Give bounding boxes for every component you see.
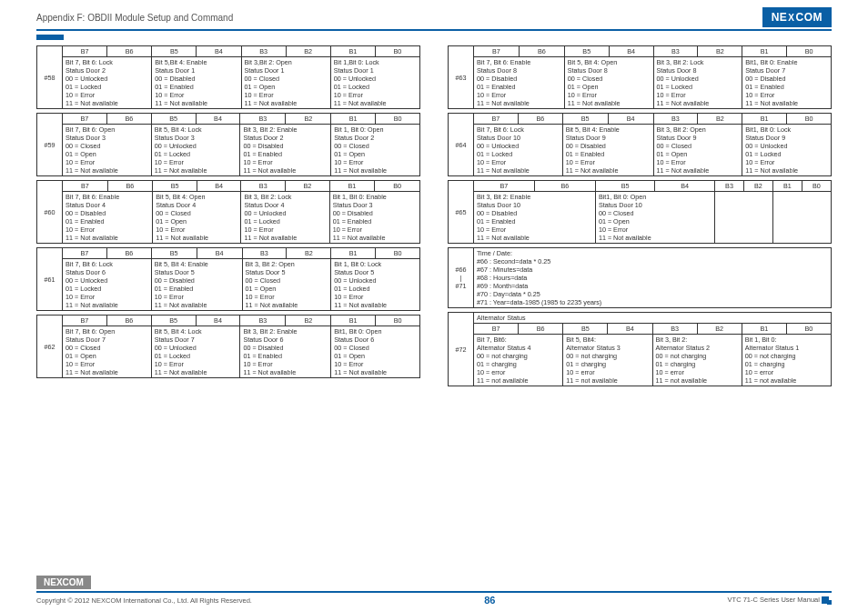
register-table: #65B7B6B5B4B3B2B1B0Bit 3, Bit 2: Enable … (448, 180, 832, 244)
bit-header-cell: B5 (562, 114, 608, 125)
bit-header-cell: B0 (787, 114, 832, 125)
row-number: #66|#71 (449, 248, 474, 308)
bit-header-cell: B7 (474, 181, 535, 192)
page-footer: NEXCOM Copyright © 2012 NEXCOM Internati… (36, 573, 832, 606)
bit-header-cell: B1 (331, 316, 376, 326)
bit-header-cell: B7 (63, 114, 107, 125)
row-number: #65 (449, 181, 474, 244)
bit-desc-cell: Bit 7, Bit6: Alternator Status 4 00 = no… (474, 335, 563, 386)
bit-header-cell: B3 (240, 114, 286, 125)
bit-header-cell: B5 (153, 181, 197, 192)
bit-header-cell: B6 (107, 181, 153, 192)
bit-header-cell: B7 (63, 181, 108, 192)
bit-header-cell: B1 (772, 181, 802, 192)
bit-header-cell: B3 (240, 316, 286, 326)
bit-desc-cell: Bit 5, Bit4: Alternator Status 3 00 = no… (563, 335, 652, 386)
bit-header-cell: B0 (376, 248, 420, 259)
bit-desc-cell: Bit 1,Bit 0: Lock Status Door 1 00 = Unl… (330, 57, 419, 109)
bit-header-cell: B2 (698, 46, 742, 57)
bit-header-cell: B0 (376, 316, 420, 326)
logo-bottom: NEXCOM (36, 576, 91, 589)
bit-desc-cell: Bit 3, Bit 2: Enable Status Door 2 00 = … (240, 125, 331, 176)
free-text-cell: Time / Date: #66 : Second=data * 0.25 #6… (474, 248, 832, 308)
bit-header-cell: B7 (63, 46, 107, 57)
row-number: #60 (37, 181, 63, 244)
register-table: #72Alternator StatusB7B6B5B4B3B2B1B0Bit … (448, 312, 832, 386)
bit-desc-cell (772, 192, 831, 244)
bit-header-cell: B6 (518, 114, 562, 125)
bit-header-cell: B1 (742, 324, 786, 335)
bit-header-cell: B4 (196, 114, 240, 125)
content-columns: #58B7B6B5B4B3B2B1B0Bit 7, Bit 6: Lock St… (0, 45, 868, 390)
header-rule (36, 29, 832, 31)
bit-desc-cell: Bit 7, Bit 6: Lock Status Door 2 00 = Un… (63, 57, 152, 109)
bit-header-cell: B1 (330, 46, 375, 57)
breadcrumb: Appendix F: OBDII Module Setup and Comma… (36, 13, 233, 23)
bit-header-cell: B3 (652, 324, 697, 335)
bit-header-cell: B2 (697, 324, 742, 335)
bit-header-cell: B3 (653, 114, 698, 125)
bit-header-cell: B4 (197, 46, 241, 57)
bit-desc-cell: Bit 1, Bit 0: Alternator Status 1 00 = n… (742, 335, 831, 386)
bit-desc-cell: Bit 3, Bit 2: Enable Status Door 6 00 = … (240, 326, 331, 378)
manual-title: VTC 71-C Series User Manual (728, 596, 832, 605)
bit-header-cell: B5 (151, 248, 197, 259)
register-table: #59B7B6B5B4B3B2B1B0Bit 7, Bit 6: Open St… (36, 113, 420, 176)
logo-top: NEXCOM (762, 7, 832, 27)
row-number: #61 (37, 248, 63, 311)
bit-desc-cell: Bit 5, Bit 4: Lock Status Door 3 00 = Un… (151, 125, 240, 176)
bit-header-cell: B6 (106, 248, 151, 259)
copyright-text: Copyright © 2012 NEXCOM International Co… (36, 596, 252, 605)
bit-header-cell: B6 (534, 181, 595, 192)
bit-header-cell: B4 (608, 114, 653, 125)
bit-header-cell: B6 (519, 46, 564, 57)
register-table: #58B7B6B5B4B3B2B1B0Bit 7, Bit 6: Lock St… (36, 45, 420, 109)
bit-header-cell: B3 (242, 248, 287, 259)
bit-header-cell: B1 (742, 46, 787, 57)
bit-desc-cell: Bit 7, Bit 6: Enable Status Door 8 00 = … (474, 57, 565, 109)
register-table: #63B7B6B5B4B3B2B1B0Bit 7, Bit 6: Enable … (448, 45, 832, 109)
bit-header-cell: B7 (474, 114, 519, 125)
bit-desc-cell: Bit 7, Bit 6: Lock Status Door 6 00 = Un… (63, 259, 152, 311)
bit-header-cell: B1 (331, 248, 376, 259)
bit-header-cell: B4 (197, 181, 241, 192)
page-header: Appendix F: OBDII Module Setup and Comma… (0, 0, 868, 29)
register-table: #66|#71Time / Date: #66 : Second=data * … (448, 247, 832, 308)
register-table: #64B7B6B5B4B3B2B1B0Bit 7, Bit 6: Lock St… (448, 113, 832, 176)
bit-header-cell: B3 (653, 46, 698, 57)
bit-header-cell: B6 (519, 324, 563, 335)
bit-header-cell: B7 (474, 46, 520, 57)
row-number: #72 (449, 313, 474, 386)
bit-header-cell: B6 (106, 316, 151, 326)
bit-header-cell: B7 (474, 324, 519, 335)
register-table: #62B7B6B5B4B3B2B1B0Bit 7, Bit 6: Open St… (36, 315, 420, 378)
bit-desc-cell: Bit 5, Bit 4: Open Status Door 8 00 = Cl… (564, 57, 653, 109)
bit-header-cell: B4 (609, 46, 653, 57)
bit-header-cell: B4 (655, 181, 715, 192)
bit-desc-cell: Bit 7, Bit 6: Enable Status Door 4 00 = … (63, 192, 153, 244)
bit-header-cell: B2 (286, 181, 330, 192)
bit-header-cell: B3 (715, 181, 744, 192)
bit-header-cell: B5 (563, 324, 608, 335)
bit-header-cell: B7 (63, 248, 107, 259)
bit-header-cell: B0 (787, 46, 832, 57)
bit-header-cell: B5 (564, 46, 609, 57)
section-title-cell: Alternator Status (474, 313, 832, 324)
bit-desc-cell: Bit 5,Bit 4: Enable Status Door 1 00 = D… (152, 57, 241, 109)
bit-header-cell: B0 (375, 46, 419, 57)
bit-header-cell: B0 (376, 114, 420, 125)
bit-header-cell: B2 (743, 181, 772, 192)
bit-desc-cell: Bit1, Bit 0: Open Status Door 10 00 = Cl… (595, 192, 714, 244)
bit-desc-cell: Bit 1, Bit 0: Lock Status Door 5 00 = Un… (331, 259, 420, 311)
bit-header-cell: B1 (742, 114, 787, 125)
register-table: #60B7B6B5B4B3B2B1B0Bit 7, Bit 6: Enable … (36, 180, 420, 244)
bit-header-cell: B4 (197, 248, 242, 259)
bit-header-cell: B3 (241, 46, 286, 57)
bit-header-cell: B0 (375, 181, 420, 192)
bit-header-cell: B4 (608, 324, 652, 335)
bit-desc-cell: Bit1, Bit 0: Lock Status Door 9 00 = Unl… (742, 125, 832, 176)
register-table: #61B7B6B5B4B3B2B1B0Bit 7, Bit 6: Lock St… (36, 247, 420, 311)
bit-desc-cell: Bit 3, Bit 2: Alternator Status 2 00 = n… (652, 335, 742, 386)
bit-header-cell: B3 (241, 181, 286, 192)
bit-header-cell: B6 (107, 46, 152, 57)
